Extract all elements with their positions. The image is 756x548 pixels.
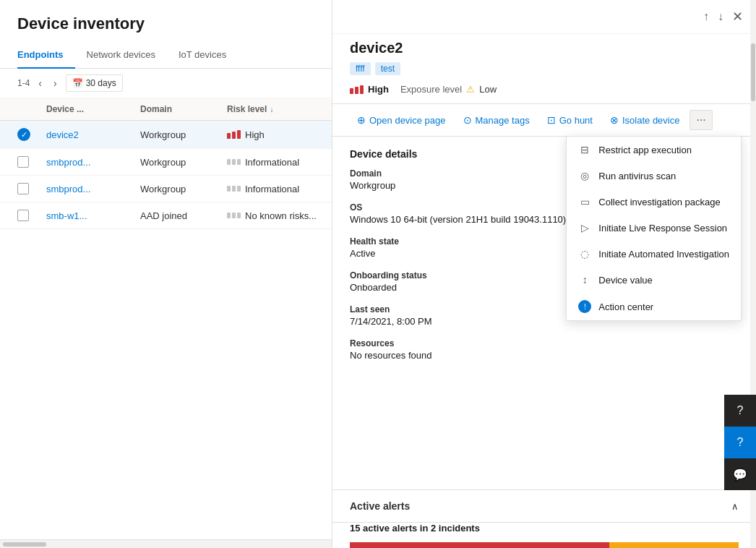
side-icons: ? ? 💬	[724, 395, 756, 490]
field-resources-label: Resources	[350, 338, 739, 348]
go-hunt-button[interactable]: ⊡ Go hunt	[540, 110, 600, 130]
risk-label: Informational	[245, 157, 299, 168]
unchecked-icon	[17, 156, 29, 168]
alerts-section: Active alerts ∧ 15 active alerts in 2 in…	[332, 489, 756, 548]
device-name-cell[interactable]: smbprod...	[46, 184, 140, 194]
isolate-device-button[interactable]: ⊗ Isolate device	[603, 110, 687, 130]
tab-iot-devices[interactable]: IoT devices	[179, 42, 238, 69]
date-range-button[interactable]: 📅 30 days	[66, 74, 123, 92]
risk-level-value: High	[368, 84, 389, 95]
action-center-menu-item[interactable]: ! Action center	[567, 293, 741, 320]
tag-test[interactable]: test	[375, 62, 400, 75]
dropdown-menu: ⊟ Restrict app execution ◎ Run antivirus…	[566, 136, 742, 321]
table-body: ✓ device2 Workgroup High ⚠ Low smb	[0, 121, 332, 539]
alerts-bar	[350, 542, 739, 548]
device-name-cell[interactable]: smb-w1...	[46, 210, 140, 221]
panel-close-button[interactable]: ✕	[731, 7, 744, 26]
device-value-menu-item[interactable]: ↕ Device value	[567, 267, 741, 293]
next-page-button[interactable]: ›	[51, 76, 60, 90]
tab-bar: Endpoints Network devices IoT devices	[0, 42, 332, 69]
risk-label: No known risks...	[245, 210, 317, 221]
panel-next-button[interactable]: ↓	[716, 7, 725, 26]
side-chat-button[interactable]: 💬	[724, 458, 756, 490]
go-hunt-icon: ⊡	[547, 114, 556, 126]
device-value-icon: ↕	[578, 274, 591, 286]
side-help-button-1[interactable]: ?	[724, 395, 756, 427]
checked-icon: ✓	[17, 128, 30, 141]
risk-level-item: High	[350, 84, 389, 95]
scrollbar-v-thumb	[751, 43, 755, 101]
checkbox-cell	[17, 210, 46, 221]
left-panel: Device inventory Endpoints Network devic…	[0, 0, 332, 548]
table-header: Device ... Domain Risk level ↓ Exposure …	[0, 98, 332, 121]
exposure-level-label: Exposure level	[400, 84, 462, 95]
th-risk[interactable]: Risk level ↓	[227, 104, 332, 114]
unchecked-icon	[17, 210, 29, 221]
tag-row: ffff test	[332, 62, 756, 84]
action-bar: ⊕ Open device page ⊙ Manage tags ⊡ Go hu…	[332, 103, 756, 137]
horizontal-scrollbar[interactable]	[0, 539, 332, 548]
table-row[interactable]: smbprod... Workgroup Informational ⚠ Low	[0, 176, 332, 202]
exposure-level-item: Exposure level ⚠ Low	[400, 84, 497, 95]
panel-device-name: device2	[332, 34, 756, 62]
isolate-icon: ⊗	[610, 114, 619, 126]
open-device-page-button[interactable]: ⊕ Open device page	[350, 110, 453, 130]
risk-bars	[227, 186, 241, 192]
alerts-count: 15 active alerts in 2 incidents	[332, 523, 756, 542]
antivirus-scan-menu-item[interactable]: ◎ Run antivirus scan	[567, 163, 741, 189]
collect-investigation-menu-item[interactable]: ▭ Collect investigation package	[567, 189, 741, 215]
restrict-app-menu-item[interactable]: ⊟ Restrict app execution	[567, 137, 741, 163]
domain-cell: Workgroup	[140, 157, 227, 168]
alerts-collapse-icon: ∧	[731, 501, 739, 512]
checkbox-cell	[17, 183, 46, 194]
th-domain[interactable]: Domain	[140, 104, 227, 114]
table-row[interactable]: smb-w1... AAD joined No known risks... ⚠…	[0, 202, 332, 229]
domain-cell: AAD joined	[140, 210, 227, 221]
domain-cell: Workgroup	[140, 184, 227, 194]
page-title: Device inventory	[0, 0, 332, 42]
risk-bars-detail	[350, 85, 364, 94]
antivirus-icon: ◎	[578, 170, 591, 181]
bar-orange	[609, 542, 739, 548]
table-row[interactable]: ✓ device2 Workgroup High ⚠ Low	[0, 121, 332, 149]
th-device[interactable]: Device ...	[46, 104, 140, 114]
manage-tags-button[interactable]: ⊙ Manage tags	[456, 110, 537, 130]
alerts-title: Active alerts	[350, 500, 410, 512]
field-resources: Resources No resources found	[350, 338, 739, 361]
tag-ffff[interactable]: ffff	[350, 62, 371, 75]
side-help-button-2[interactable]: ?	[724, 427, 756, 458]
risk-cell: High	[227, 129, 332, 140]
restrict-app-icon: ⊟	[578, 144, 591, 155]
pagination-text: 1-4	[17, 78, 30, 88]
checkbox-cell	[17, 156, 46, 168]
alerts-header[interactable]: Active alerts ∧	[332, 490, 756, 523]
table-row[interactable]: smbprod... Workgroup Informational ⚠ Hig…	[0, 149, 332, 176]
risk-bars	[227, 159, 241, 165]
device-name-cell[interactable]: smbprod...	[46, 157, 140, 168]
collect-icon: ▭	[578, 196, 591, 207]
risk-cell: Informational	[227, 157, 332, 168]
panel-header: ↑ ↓ ✕	[332, 0, 756, 34]
prev-page-button[interactable]: ‹	[35, 76, 45, 90]
risk-bars	[227, 130, 241, 139]
unchecked-icon	[17, 183, 29, 194]
live-response-menu-item[interactable]: ▷ Initiate Live Response Session	[567, 215, 741, 241]
risk-cell: No known risks...	[227, 210, 332, 221]
tab-network-devices[interactable]: Network devices	[87, 42, 167, 69]
tab-endpoints[interactable]: Endpoints	[17, 42, 75, 69]
panel-prev-button[interactable]: ↑	[702, 7, 710, 26]
level-row: High Exposure level ⚠ Low	[332, 84, 756, 103]
th-select	[17, 104, 46, 114]
toolbar-row: 1-4 ‹ › 📅 30 days	[0, 69, 332, 98]
checkbox-cell: ✓	[17, 128, 46, 141]
automated-investigation-menu-item[interactable]: ◌ Initiate Automated Investigation	[567, 241, 741, 267]
more-actions-button[interactable]: ···	[690, 110, 712, 130]
action-center-icon: !	[578, 300, 591, 313]
device-name-cell[interactable]: device2	[46, 129, 140, 140]
open-device-icon: ⊕	[357, 114, 366, 126]
calendar-icon: 📅	[72, 78, 83, 88]
risk-label: High	[245, 129, 265, 140]
sort-icon: ↓	[270, 106, 273, 114]
bar-red	[350, 542, 609, 548]
scrollbar-thumb	[3, 542, 46, 547]
